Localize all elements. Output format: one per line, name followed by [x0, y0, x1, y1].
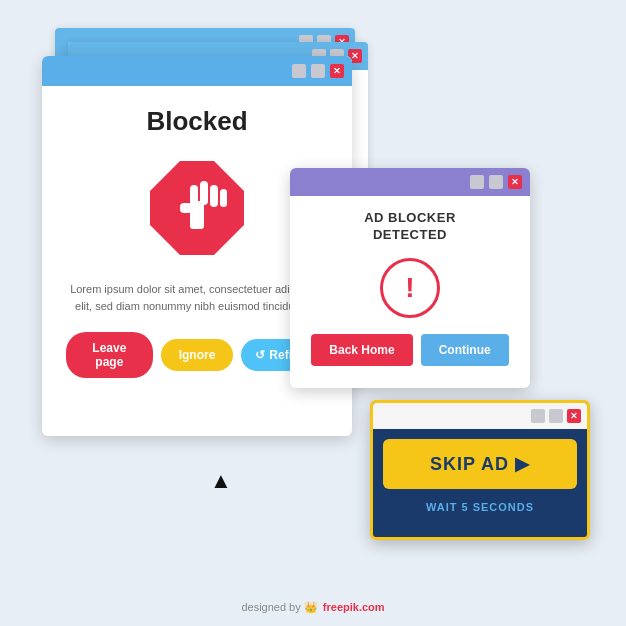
close-btn-adblock[interactable]: ✕ — [508, 175, 522, 189]
lorem-text: Lorem ipsum dolor sit amet, consectetuer… — [66, 281, 328, 314]
window-skip-ad: ✕ SKIP AD ▶ WAIT 5 SECONDS — [370, 400, 590, 540]
maximize-btn-main[interactable] — [311, 64, 325, 78]
minimize-btn-skipad[interactable] — [531, 409, 545, 423]
continue-button[interactable]: Continue — [421, 334, 509, 366]
ad-action-buttons: Back Home Continue — [311, 334, 508, 366]
window-skip-ad-bar: ✕ — [373, 403, 587, 429]
footer: designed by 👑 freepik.com — [0, 601, 626, 614]
minimize-btn-adblock[interactable] — [470, 175, 484, 189]
maximize-btn-skipad[interactable] — [549, 409, 563, 423]
svg-rect-5 — [220, 189, 227, 207]
back-home-button[interactable]: Back Home — [311, 334, 412, 366]
svg-rect-6 — [180, 203, 192, 213]
window-ad-blocker: ✕ AD BLOCKERDETECTED ! Back Home Continu… — [290, 168, 530, 388]
leave-page-button[interactable]: Leave page — [66, 332, 153, 378]
skip-ad-content: SKIP AD ▶ WAIT 5 SECONDS — [373, 429, 587, 523]
skip-ad-button[interactable]: SKIP AD ▶ — [383, 439, 577, 489]
freepik-icon: 👑 — [304, 601, 318, 613]
window-main-bar: ✕ — [42, 56, 352, 86]
window-ad-blocker-bar: ✕ — [290, 168, 530, 196]
cursor-icon: ▲ — [210, 468, 232, 494]
minimize-btn-main[interactable] — [292, 64, 306, 78]
footer-brand: freepik.com — [323, 601, 385, 613]
maximize-btn-adblock[interactable] — [489, 175, 503, 189]
blocked-title: Blocked — [146, 106, 247, 137]
ad-blocker-title: AD BLOCKERDETECTED — [364, 210, 456, 244]
scene: ✕ ✕ ✕ Blocked — [0, 0, 626, 626]
svg-rect-4 — [210, 185, 218, 207]
svg-rect-1 — [190, 201, 204, 229]
footer-prefix: designed by — [241, 601, 303, 613]
ad-blocker-content: AD BLOCKERDETECTED ! Back Home Continue — [290, 196, 530, 380]
warning-icon: ! — [380, 258, 440, 318]
svg-rect-2 — [190, 185, 198, 205]
wait-text: WAIT 5 SECONDS — [426, 501, 534, 513]
svg-rect-3 — [200, 181, 208, 205]
stop-sign-icon — [142, 153, 252, 263]
close-btn-main[interactable]: ✕ — [330, 64, 344, 78]
ignore-button[interactable]: Ignore — [161, 339, 234, 371]
close-btn-skipad[interactable]: ✕ — [567, 409, 581, 423]
refresh-icon: ↺ — [255, 348, 265, 362]
action-buttons: Leave page Ignore ↺ Refresh — [66, 332, 328, 378]
